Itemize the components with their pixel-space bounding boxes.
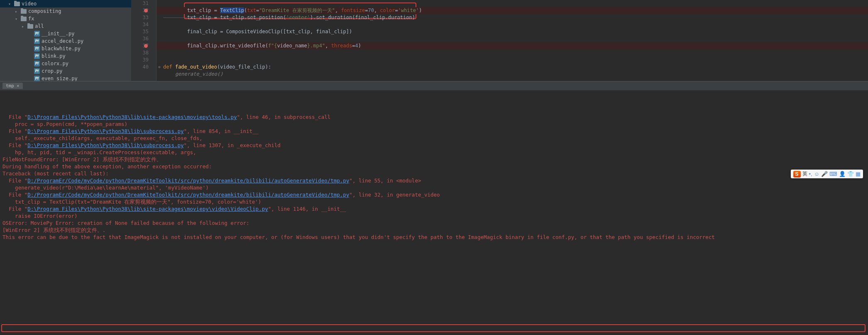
annotation-box-error	[1, 324, 866, 332]
line-number[interactable]: 38	[132, 49, 156, 57]
ime-lang-label[interactable]: 英	[802, 170, 807, 177]
folder-icon	[21, 17, 27, 21]
terminal-line: FileNotFoundError: [WinError 2] 系统找不到指定的…	[2, 156, 866, 163]
code-line[interactable]	[156, 0, 868, 7]
tree-file[interactable]: __init__.py	[0, 30, 131, 37]
tree-item-label: crop.py	[42, 68, 63, 74]
code-line[interactable]: txt_clip = txt_clip.set_position('center…	[156, 14, 868, 21]
file-link[interactable]: D:\Program Files\Python\Python38\lib\sub…	[27, 142, 183, 148]
ime-keyboard-icon[interactable]: ⌨	[829, 171, 837, 177]
terminal-line: OSError: MoviePy Error: creation of None…	[2, 219, 866, 227]
terminal-line: [WinError 2] 系统找不到指定的文件。.	[2, 227, 866, 234]
terminal-line: File "D:\Program Files\Python\Python38\l…	[2, 205, 866, 212]
terminal-line: File "D:\Program Files\Python\Python38\l…	[2, 142, 866, 149]
file-link[interactable]: D:\Program Files\Python\Python38\lib\sit…	[27, 206, 268, 212]
tree-item-label: fx	[28, 16, 34, 22]
ime-mic-icon[interactable]: 🎤	[821, 171, 828, 177]
ime-shirt-icon[interactable]: 👕	[847, 171, 854, 177]
ime-punct-icon[interactable]: •,	[809, 171, 812, 177]
terminal-output[interactable]: File "D:\Program Files\Python\Python38\l…	[0, 91, 868, 335]
terminal-line: File "D:\Program Files\Python\Python38\l…	[2, 128, 866, 135]
project-tree[interactable]: ▾video▸compositing▾fx▸all__init__.pyacce…	[0, 0, 132, 81]
tree-item-label: blink.py	[42, 53, 66, 59]
line-number[interactable]: 31	[132, 0, 156, 7]
tree-folder[interactable]: ▾video	[0, 0, 131, 7]
code-area[interactable]: txt_clip = TextClip(txt="DreamKite 在家剪视频…	[156, 0, 868, 81]
folder-icon	[14, 2, 20, 6]
line-number[interactable]: 37	[132, 42, 156, 49]
code-line[interactable]	[156, 21, 868, 28]
python-file-icon	[34, 68, 40, 74]
code-line[interactable]: final_clip.write_videofile(f"{video_name…	[156, 42, 868, 49]
chevron-right-icon[interactable]: ▸	[15, 9, 19, 14]
breakpoint-icon[interactable]	[144, 9, 148, 12]
line-number[interactable]: 34	[132, 21, 156, 28]
code-line[interactable]	[156, 57, 868, 64]
line-number[interactable]: 40	[132, 64, 156, 71]
tree-folder[interactable]: ▸all	[0, 22, 131, 30]
line-number[interactable]: 33	[132, 14, 156, 21]
tree-file[interactable]: blink.py	[0, 52, 131, 60]
ime-person-icon[interactable]: 👤	[839, 171, 846, 177]
code-line[interactable]: final_clip = CompositeVideoClip([txt_cli…	[156, 28, 868, 35]
chevron-down-icon[interactable]: ▾	[8, 2, 12, 6]
code-line[interactable]	[156, 49, 868, 57]
code-line[interactable]: ⊖def fade_out_video(video_file_clip):	[156, 64, 868, 71]
terminal-line: Traceback (most recent call last):	[2, 170, 866, 177]
tree-item-label: video	[22, 1, 37, 7]
folder-icon	[21, 9, 27, 14]
python-file-icon	[34, 61, 40, 67]
python-file-icon	[34, 46, 40, 52]
ime-grid-icon[interactable]: ▦	[856, 171, 861, 177]
terminal-tab-bar[interactable]: tmp ×	[0, 81, 868, 91]
terminal-line: File "D:/ProgramEr/Code/myCode/python/Dr…	[2, 191, 866, 198]
line-number[interactable]: 35	[132, 28, 156, 35]
tree-file[interactable]: accel_decel.py	[0, 37, 131, 45]
tree-item-label: colorx.py	[42, 61, 68, 67]
python-file-icon	[34, 76, 40, 81]
ime-logo-icon[interactable]: S	[793, 171, 801, 177]
terminal-line: proc = sp.Popen(cmd, **popen_params)	[2, 121, 866, 128]
close-icon[interactable]: ×	[17, 83, 20, 89]
python-file-icon	[34, 38, 40, 44]
line-number[interactable]: 39	[132, 57, 156, 64]
terminal-line: self._execute_child(args, executable, pr…	[2, 135, 866, 142]
tree-file[interactable]: even_size.py	[0, 75, 131, 81]
tree-file[interactable]: blackwhite.py	[0, 45, 131, 52]
ime-smile-icon[interactable]: ☺	[814, 171, 819, 177]
terminal-line: raise IOError(error)	[2, 212, 866, 219]
code-editor[interactable]: 31323334353637383940 txt_clip = TextClip…	[132, 0, 868, 81]
terminal-line: File "D:/ProgramEr/Code/myCode/python/Dr…	[2, 177, 866, 184]
terminal-tab[interactable]: tmp ×	[2, 83, 23, 89]
file-link[interactable]: D:/ProgramEr/Code/myCode/python/DreamKit…	[27, 192, 349, 198]
terminal-panel[interactable]: tmp × File "D:\Program Files\Python\Pyth…	[0, 81, 868, 335]
chevron-down-icon[interactable]: ▾	[15, 17, 19, 21]
python-file-icon	[34, 31, 40, 37]
terminal-line: During handling of the above exception, …	[2, 163, 866, 170]
ime-toolbar[interactable]: S 英 •, ☺ 🎤 ⌨ 👤 👕 ▦	[791, 170, 863, 178]
tree-folder[interactable]: ▾fx	[0, 15, 131, 22]
chevron-right-icon[interactable]: ▸	[22, 24, 26, 29]
tree-item-label: blackwhite.py	[42, 46, 81, 52]
line-number[interactable]: 32	[132, 7, 156, 14]
code-line[interactable]: txt_clip = TextClip(txt="DreamKite 在家剪视频…	[156, 7, 868, 14]
tree-folder[interactable]: ▸compositing	[0, 7, 131, 15]
breadcrumb-hint: generate_video()	[163, 71, 223, 77]
code-line[interactable]	[156, 35, 868, 42]
file-link[interactable]: D:/ProgramEr/Code/myCode/python/DreamKit…	[27, 177, 349, 184]
terminal-line: This error can be due to the fact that I…	[2, 234, 866, 241]
file-link[interactable]: D:\Program Files\Python\Python38\lib\sit…	[27, 114, 237, 120]
tree-item-label: accel_decel.py	[42, 38, 83, 44]
breakpoint-icon[interactable]	[144, 44, 148, 48]
tree-item-label: even_size.py	[42, 76, 78, 81]
terminal-line: File "D:\Program Files\Python\Python38\l…	[2, 113, 866, 121]
terminal-tab-label: tmp	[6, 83, 14, 89]
file-link[interactable]: D:\Program Files\Python\Python38\lib\sub…	[27, 128, 183, 134]
line-number[interactable]: 36	[132, 35, 156, 42]
terminal-line: txt_clip = TextClip(txt="DreamKite 在家剪视频…	[2, 198, 866, 205]
tree-file[interactable]: colorx.py	[0, 60, 131, 67]
editor-gutter: 31323334353637383940	[132, 0, 156, 81]
fold-icon[interactable]: ⊖	[157, 64, 161, 71]
folder-icon	[27, 24, 33, 29]
tree-file[interactable]: crop.py	[0, 67, 131, 75]
